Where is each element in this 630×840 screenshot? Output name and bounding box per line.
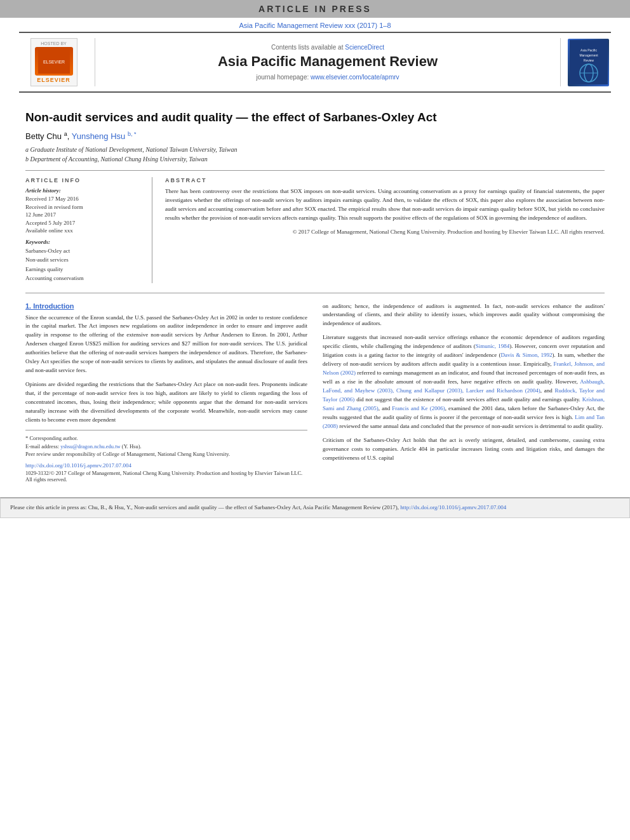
article-body: Non-audit services and audit quality — t… bbox=[0, 93, 630, 497]
banner-text: ARTICLE IN PRESS bbox=[258, 4, 372, 14]
article-info-title: ARTICLE INFO bbox=[25, 177, 142, 183]
contents-prefix: Contents lists available at bbox=[271, 44, 345, 51]
intro-para-1: Since the occurrence of the Enron scanda… bbox=[25, 314, 307, 376]
footnote-area: * Corresponding author. E-mail address: … bbox=[25, 430, 307, 458]
thumb-svg: Asia Pacific Management Review bbox=[570, 40, 608, 84]
svg-rect-2 bbox=[570, 40, 608, 84]
keyword-2: Non-audit services bbox=[25, 255, 142, 264]
right-para-1: on auditors; hence, the independence of … bbox=[323, 302, 605, 329]
abstract-area: ABSTRACT There has been controversy over… bbox=[165, 177, 605, 283]
elsevier-logo-svg: ELSEVIER bbox=[38, 50, 70, 74]
cite-banner: Please cite this article in press as: Ch… bbox=[0, 497, 630, 518]
homepage-link[interactable]: www.elsevier.com/locate/apmrv bbox=[311, 74, 399, 81]
abstract-text: There has been controversy over the rest… bbox=[165, 187, 605, 223]
hosted-by-text: HOSTED BY bbox=[35, 41, 73, 46]
footnote-peer-review: Peer review under responsibility of Coll… bbox=[25, 450, 307, 458]
email-link[interactable]: yshsu@dragon.nchu.edu.tw bbox=[60, 443, 120, 450]
keywords-section: Keywords: Sarbanes-Oxley act Non-audit s… bbox=[25, 239, 142, 283]
right-para-3: Criticism of the Sarbanes-Oxley Act hold… bbox=[323, 436, 605, 463]
keyword-1: Sarbanes-Oxley act bbox=[25, 246, 142, 255]
lim-link[interactable]: Lim and Tan (2008) bbox=[323, 414, 605, 429]
frankel-link[interactable]: Frankel, Johnson, and Nelson (2002) bbox=[323, 361, 605, 376]
cite-doi-link[interactable]: http://dx.doi.org/10.1016/j.apmrv.2017.0… bbox=[400, 504, 506, 510]
homepage-line: journal homepage: www.elsevier.com/locat… bbox=[108, 74, 547, 81]
thumb-image: Asia Pacific Management Review bbox=[568, 39, 609, 86]
logo-area: HOSTED BY ELSEVIER ELSEVIER bbox=[19, 38, 95, 86]
journal-ref-text: Asia Pacific Management Review xxx (2017… bbox=[239, 22, 391, 29]
right-para-2: Literature suggests that increased non-a… bbox=[323, 333, 605, 430]
davis-link[interactable]: Davis & Simon, 1992 bbox=[500, 352, 552, 358]
abstract-title: ABSTRACT bbox=[165, 177, 605, 183]
sciencedirect-link[interactable]: ScienceDirect bbox=[345, 44, 384, 51]
info-abstract-section: ARTICLE INFO Article history: Received 1… bbox=[25, 170, 605, 283]
krishnan-link[interactable]: Krishnan, Sami and Zhang (2005) bbox=[323, 396, 605, 411]
body-columns: 1. Introduction Since the occurrence of … bbox=[25, 293, 605, 488]
keyword-3: Earnings quality bbox=[25, 265, 142, 274]
sup-b: b, * bbox=[128, 131, 137, 137]
elsevier-label: ELSEVIER bbox=[35, 77, 73, 83]
simunic-link[interactable]: Simunic, 1984 bbox=[476, 343, 509, 349]
journal-thumbnail: Asia Pacific Management Review bbox=[560, 38, 611, 86]
doi-line[interactable]: http://dx.doi.org/10.1016/j.apmrv.2017.0… bbox=[25, 462, 307, 469]
article-title: Non-audit services and audit quality — t… bbox=[25, 110, 605, 126]
author-b[interactable]: Yunsheng Hsu b, * bbox=[72, 131, 137, 141]
article-in-press-banner: ARTICLE IN PRESS bbox=[0, 0, 630, 18]
history-label: Article history: bbox=[25, 187, 142, 194]
homepage-prefix: journal homepage: bbox=[256, 74, 311, 81]
affiliation-a: a Graduate Institute of National Develop… bbox=[25, 145, 605, 154]
francis-link[interactable]: Francis and Ke (2006) bbox=[392, 405, 445, 411]
affiliations: a Graduate Institute of National Develop… bbox=[25, 145, 605, 164]
column-right: on auditors; hence, the independence of … bbox=[323, 302, 605, 488]
elsevier-logo-img: ELSEVIER bbox=[35, 47, 73, 76]
journal-title-area: Contents lists available at ScienceDirec… bbox=[95, 38, 560, 86]
footnote-email: E-mail address: yshsu@dragon.nchu.edu.tw… bbox=[25, 443, 307, 451]
contents-line: Contents lists available at ScienceDirec… bbox=[108, 44, 547, 51]
intro-para-2: Opinions are divided regarding the restr… bbox=[25, 380, 307, 425]
keywords-label: Keywords: bbox=[25, 239, 142, 245]
authors-line: Betty Chu a, Yunsheng Hsu b, * bbox=[25, 131, 605, 141]
column-left: 1. Introduction Since the occurrence of … bbox=[25, 302, 307, 488]
journal-ref-line: Asia Pacific Management Review xxx (2017… bbox=[0, 18, 630, 32]
footnote-corresponding: * Corresponding author. bbox=[25, 434, 307, 443]
cite-prefix: Please cite this article in press as: Ch… bbox=[10, 504, 400, 510]
keyword-4: Accounting conservatism bbox=[25, 274, 142, 283]
sup-a: a bbox=[64, 131, 67, 137]
journal-header: HOSTED BY ELSEVIER ELSEVIER Contents lis… bbox=[19, 32, 611, 93]
page: ARTICLE IN PRESS Asia Pacific Management… bbox=[0, 0, 630, 840]
author-a: Betty Chu a bbox=[25, 131, 67, 141]
hosted-by-box: HOSTED BY ELSEVIER ELSEVIER bbox=[30, 38, 77, 86]
journal-main-title: Asia Pacific Management Review bbox=[108, 53, 547, 70]
svg-text:Review: Review bbox=[583, 58, 594, 62]
article-info: ARTICLE INFO Article history: Received 1… bbox=[25, 177, 152, 283]
svg-text:Management: Management bbox=[579, 53, 598, 57]
abstract-copyright: © 2017 College of Management, National C… bbox=[165, 228, 605, 236]
received-text: Received 17 May 2016 Received in revised… bbox=[25, 195, 142, 235]
svg-text:ELSEVIER: ELSEVIER bbox=[43, 60, 64, 64]
intro-heading: 1. Introduction bbox=[25, 302, 307, 310]
keywords-list: Sarbanes-Oxley act Non-audit services Ea… bbox=[25, 246, 142, 283]
issn-line: 1029-3132/© 2017 College of Management, … bbox=[25, 470, 307, 483]
svg-text:Asia Pacific: Asia Pacific bbox=[580, 48, 597, 52]
affiliation-b: b Department of Accounting, National Chu… bbox=[25, 154, 605, 164]
